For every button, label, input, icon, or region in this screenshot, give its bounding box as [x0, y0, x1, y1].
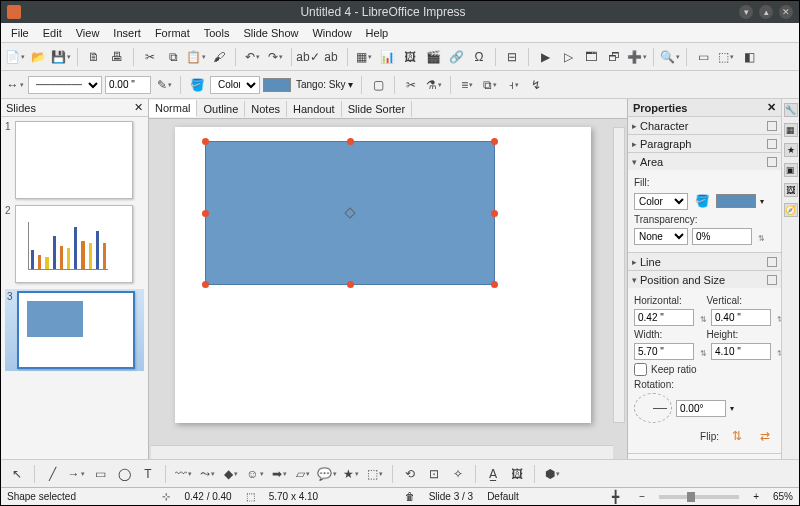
spellcheck-button[interactable]: ab✓	[298, 47, 318, 67]
align-button[interactable]: ≡	[457, 75, 477, 95]
interaction-button[interactable]: ↯	[526, 75, 546, 95]
start-current-button[interactable]: ▷	[558, 47, 578, 67]
fill-color-name[interactable]: Tango: Sky ▾	[294, 79, 355, 90]
status-layout[interactable]: Default	[487, 491, 519, 502]
section-paragraph[interactable]: ▸Paragraph	[628, 135, 781, 152]
block-arrows-tool[interactable]: ➡	[269, 464, 289, 484]
hyperlink-button[interactable]: 🔗	[446, 47, 466, 67]
line-tool[interactable]: ╱	[42, 464, 62, 484]
zoom-slider[interactable]	[659, 495, 739, 499]
shadow-button[interactable]: ◧	[739, 47, 759, 67]
save-button[interactable]: 💾	[51, 47, 71, 67]
basic-shapes-tool[interactable]: ◆	[221, 464, 241, 484]
resize-handle[interactable]	[202, 138, 209, 145]
zoom-out[interactable]: −	[639, 491, 645, 502]
menu-window[interactable]: Window	[306, 25, 357, 41]
minimize-button[interactable]: ▾	[739, 5, 753, 19]
sidebar-navigator-icon[interactable]: 🧭	[784, 203, 798, 217]
points-tool[interactable]: ⊡	[424, 464, 444, 484]
pos-horizontal[interactable]	[634, 309, 694, 326]
open-button[interactable]: 📂	[28, 47, 48, 67]
sidebar-transition-icon[interactable]: ▣	[784, 163, 798, 177]
fill-mode-select[interactable]: Color	[210, 76, 260, 94]
menu-edit[interactable]: Edit	[37, 25, 68, 41]
special-char-button[interactable]: Ω	[469, 47, 489, 67]
resize-handle[interactable]	[202, 281, 209, 288]
sidebar-properties-icon[interactable]: 🔧	[784, 103, 798, 117]
size-width[interactable]	[634, 343, 694, 360]
rotation-dial[interactable]	[634, 393, 672, 423]
start-show-button[interactable]: ▶	[535, 47, 555, 67]
resize-handle[interactable]	[491, 210, 498, 217]
close-button[interactable]: ✕	[779, 5, 793, 19]
new-slide-button[interactable]: ➕	[627, 47, 647, 67]
new-button[interactable]: 📄	[5, 47, 25, 67]
tab-normal[interactable]: Normal	[149, 100, 197, 117]
symbol-shapes-tool[interactable]: ☺	[245, 464, 265, 484]
stars-tool[interactable]: ★	[341, 464, 361, 484]
slide-canvas[interactable]	[175, 127, 591, 423]
sidebar-animation-icon[interactable]: ★	[784, 143, 798, 157]
display-views-button[interactable]: ▭	[693, 47, 713, 67]
tab-outline[interactable]: Outline	[197, 101, 245, 117]
connector-tool[interactable]: ⤳	[197, 464, 217, 484]
distribute-button[interactable]: ⫞	[503, 75, 523, 95]
filter-button[interactable]: ⚗	[424, 75, 444, 95]
ellipse-tool[interactable]: ◯	[114, 464, 134, 484]
table-button[interactable]: ▦	[354, 47, 374, 67]
callouts-tool[interactable]: 💬	[317, 464, 337, 484]
3d-objects-tool[interactable]: ⬚	[365, 464, 385, 484]
tab-handout[interactable]: Handout	[287, 101, 342, 117]
zoom-value[interactable]: 65%	[773, 491, 793, 502]
fill-mode-select[interactable]: Color	[634, 193, 688, 210]
cut-button[interactable]: ✂	[140, 47, 160, 67]
clone-formatting-button[interactable]: 🖌	[209, 47, 229, 67]
menu-format[interactable]: Format	[149, 25, 196, 41]
line-color-button[interactable]: ✎	[154, 75, 174, 95]
line-width-field[interactable]	[105, 76, 151, 94]
resize-handle[interactable]	[347, 138, 354, 145]
export-pdf-button[interactable]: 🗎	[84, 47, 104, 67]
line-arrow-tool[interactable]: →	[66, 464, 86, 484]
glue-tool[interactable]: ✧	[448, 464, 468, 484]
selected-rectangle-shape[interactable]	[205, 141, 495, 285]
fill-bucket-icon[interactable]: 🪣	[692, 191, 712, 211]
section-area[interactable]: ▾Area	[628, 153, 781, 170]
slide-thumb-3[interactable]: 3	[5, 289, 144, 371]
paste-button[interactable]: 📋	[186, 47, 206, 67]
vertical-scrollbar[interactable]	[613, 127, 625, 423]
menu-help[interactable]: Help	[360, 25, 395, 41]
sidebar-gallery-icon[interactable]: 🖼	[784, 183, 798, 197]
properties-close[interactable]: ✕	[767, 101, 776, 114]
menu-tools[interactable]: Tools	[198, 25, 236, 41]
flowchart-tool[interactable]: ▱	[293, 464, 313, 484]
autospell-button[interactable]: ab	[321, 47, 341, 67]
tab-slide-sorter[interactable]: Slide Sorter	[342, 101, 412, 117]
header-footer-button[interactable]: ⊟	[502, 47, 522, 67]
rectangle-tool[interactable]: ▭	[90, 464, 110, 484]
fill-color-swatch[interactable]	[263, 78, 291, 92]
menu-view[interactable]: View	[70, 25, 106, 41]
section-line[interactable]: ▸Line	[628, 253, 781, 270]
center-handle[interactable]	[344, 207, 355, 218]
pos-vertical[interactable]	[711, 309, 771, 326]
select-tool[interactable]: ↖	[7, 464, 27, 484]
undo-button[interactable]: ↶	[242, 47, 262, 67]
rotation-value[interactable]	[676, 400, 726, 417]
flip-horizontal-button[interactable]: ⇄	[755, 426, 775, 446]
curve-tool[interactable]: 〰	[173, 464, 193, 484]
text-tool[interactable]: T	[138, 464, 158, 484]
slide-thumb-2[interactable]: 2	[5, 205, 144, 283]
fontwork-tool[interactable]: A̲	[483, 464, 503, 484]
arrow-style-button[interactable]: ↔	[5, 75, 25, 95]
slide-master-button[interactable]: 🗗	[604, 47, 624, 67]
resize-handle[interactable]	[491, 138, 498, 145]
arrange-button[interactable]: ⧉	[480, 75, 500, 95]
resize-handle[interactable]	[491, 281, 498, 288]
crop-button[interactable]: ✂	[401, 75, 421, 95]
print-button[interactable]: 🖶	[107, 47, 127, 67]
sidebar-master-icon[interactable]: ▦	[784, 123, 798, 137]
copy-button[interactable]: ⧉	[163, 47, 183, 67]
tab-notes[interactable]: Notes	[245, 101, 287, 117]
insert-image-tool[interactable]: 🖼	[507, 464, 527, 484]
